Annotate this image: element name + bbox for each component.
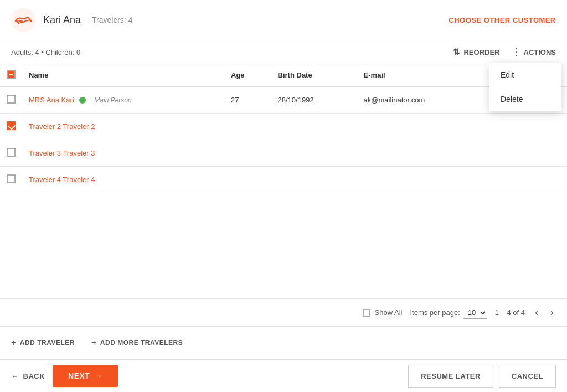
row-checkbox[interactable] [7, 95, 16, 104]
customer-name: Kari Ana [43, 14, 81, 26]
traveler-phone [487, 114, 567, 140]
traveler-age [224, 114, 271, 140]
row-checkbox-cell [0, 114, 22, 140]
birthdate-column-header: Birth Date [271, 64, 357, 86]
show-all-label: Show All [375, 308, 403, 317]
row-checkbox[interactable] [7, 121, 16, 130]
footer: ← BACK NEXT → RESUME LATER CANCEL [0, 359, 567, 392]
toolbar-right: ⇅ REORDER ⋮ ACTIONS Edit Delete [453, 46, 556, 58]
table-row: Traveler 2 Traveler 2 [0, 114, 567, 140]
main-person-dot [79, 97, 86, 104]
row-checkbox-cell [0, 86, 22, 114]
travelers-count: Travelers: 4 [92, 16, 132, 24]
select-all-header[interactable] [0, 64, 22, 86]
add-traveler-button[interactable]: + ADD TRAVELER [11, 338, 75, 348]
add-more-plus-icon: + [91, 338, 97, 348]
main-container: Kari Ana Travelers: 4 CHOOSE OTHER CUSTO… [0, 0, 567, 359]
items-per-page-control: Items per page: 10 5 20 50 [410, 307, 487, 319]
traveler-name[interactable]: MRS Ana Kari [29, 96, 74, 104]
show-all-checkbox[interactable] [363, 309, 370, 317]
reorder-icon: ⇅ [453, 47, 460, 57]
row-checkbox-cell [0, 140, 22, 167]
three-dots-icon: ⋮ [511, 46, 522, 58]
items-per-page-label: Items per page: [410, 308, 460, 317]
next-page-button[interactable]: › [548, 305, 556, 321]
add-traveler-plus-icon: + [11, 338, 17, 348]
traveler-name[interactable]: Traveler 4 Traveler 4 [29, 176, 95, 184]
table-header-row: Name Age Birth Date E-mail Phone nu [0, 64, 567, 86]
traveler-name[interactable]: Traveler 3 Traveler 3 [29, 149, 95, 157]
choose-customer-button[interactable]: CHOOSE OTHER CUSTOMER [449, 16, 556, 24]
traveler-birthdate [271, 140, 357, 167]
edit-menu-item[interactable]: Edit [489, 63, 561, 87]
actions-button[interactable]: ⋮ ACTIONS [511, 46, 556, 58]
next-button[interactable]: NEXT → [53, 365, 118, 387]
main-person-badge: Main Person [74, 96, 132, 104]
pagination-bar: Show All Items per page: 10 5 20 50 1 – … [0, 298, 567, 326]
prev-page-button[interactable]: ‹ [533, 305, 540, 321]
row-checkbox[interactable] [7, 174, 16, 183]
adults-children-info: Adults: 4 • Children: 0 [11, 48, 453, 56]
table-row: MRS Ana Kari Main Person2728/10/1992ak@m… [0, 86, 567, 114]
traveler-birthdate: 28/10/1992 [271, 86, 357, 114]
table-row: Traveler 4 Traveler 4 [0, 167, 567, 193]
name-column-header: Name [22, 64, 224, 86]
add-travelers-section: + ADD TRAVELER + ADD MORE TRAVELERS [0, 326, 567, 359]
travelers-table: Name Age Birth Date E-mail Phone nu MRS … [0, 64, 567, 193]
header: Kari Ana Travelers: 4 CHOOSE OTHER CUSTO… [0, 0, 567, 40]
traveler-age [224, 140, 271, 167]
email-column-header: E-mail [357, 64, 487, 86]
traveler-birthdate [271, 114, 357, 140]
actions-dropdown: Edit Delete [489, 63, 561, 111]
back-button[interactable]: ← BACK [11, 372, 45, 380]
traveler-age: 27 [224, 86, 271, 114]
reorder-button[interactable]: ⇅ REORDER [453, 47, 499, 57]
traveler-email: ak@mailinator.com [357, 86, 487, 114]
traveler-age [224, 167, 271, 193]
next-arrow-icon: → [94, 372, 102, 380]
page-info: 1 – 4 of 4 [495, 308, 525, 317]
row-checkbox-cell [0, 167, 22, 193]
items-per-page-select[interactable]: 10 5 20 50 [463, 307, 487, 319]
delete-menu-item[interactable]: Delete [489, 87, 561, 111]
traveler-phone [487, 140, 567, 167]
toolbar: Adults: 4 • Children: 0 ⇅ REORDER ⋮ ACTI… [0, 40, 567, 64]
age-column-header: Age [224, 64, 271, 86]
resume-later-button[interactable]: RESUME LATER [408, 365, 493, 388]
handshake-icon [11, 8, 35, 32]
traveler-phone [487, 167, 567, 193]
travelers-table-container: Name Age Birth Date E-mail Phone nu MRS … [0, 64, 567, 298]
traveler-name[interactable]: Traveler 2 Traveler 2 [29, 122, 95, 131]
traveler-email [357, 140, 487, 167]
traveler-birthdate [271, 167, 357, 193]
traveler-email [357, 167, 487, 193]
table-row: Traveler 3 Traveler 3 [0, 140, 567, 167]
back-arrow-icon: ← [11, 372, 19, 380]
cancel-button[interactable]: CANCEL [499, 365, 556, 388]
add-more-travelers-button[interactable]: + ADD MORE TRAVELERS [91, 338, 183, 348]
traveler-email [357, 114, 487, 140]
show-all-wrapper: Show All [363, 308, 403, 317]
row-checkbox[interactable] [7, 148, 16, 157]
